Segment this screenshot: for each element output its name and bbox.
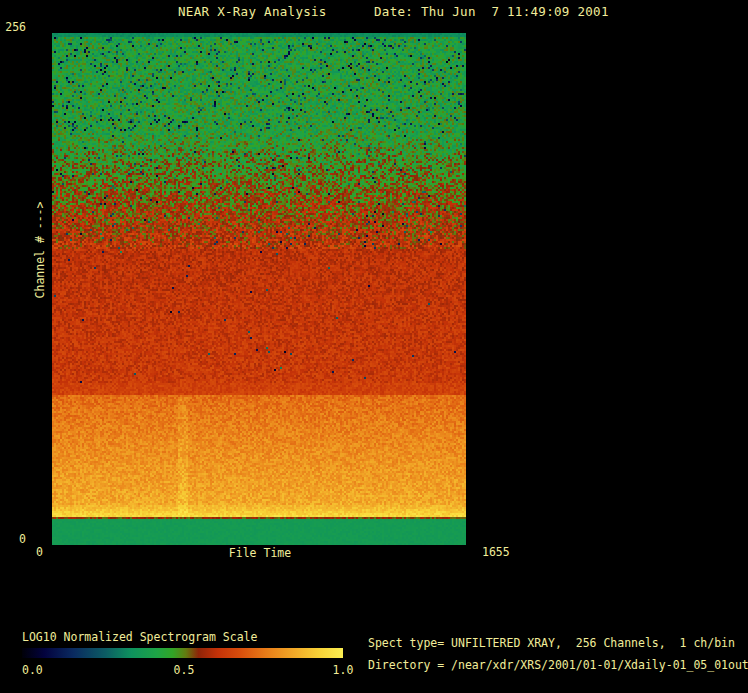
x-axis-tick-max: 1655 bbox=[482, 546, 510, 559]
date-label: Date: Thu Jun 7 11:49:09 2001 bbox=[374, 5, 609, 18]
colorbar-gradient bbox=[22, 648, 343, 658]
spect-type-info: Spect type= UNFILTERED XRAY, 256 Channel… bbox=[368, 637, 735, 650]
directory-info: Directory = /near/xdr/XRS/2001/01-01/Xda… bbox=[368, 659, 748, 672]
colorbar-tick-0: 0.0 bbox=[22, 664, 43, 677]
xray-analysis-plot-window: NEAR X-Ray Analysis Date: Thu Jun 7 11:4… bbox=[0, 0, 748, 693]
colorbar-tick-1: 0.5 bbox=[174, 664, 195, 677]
y-axis-tick-max: 256 bbox=[0, 21, 26, 34]
y-axis-tick-min: 0 bbox=[0, 533, 26, 546]
page-title: NEAR X-Ray Analysis bbox=[178, 5, 327, 18]
spectrogram-canvas bbox=[52, 33, 466, 545]
x-axis-tick-min: 0 bbox=[36, 546, 43, 559]
x-axis-label: File Time bbox=[229, 547, 291, 560]
colorbar-tick-2: 1.0 bbox=[333, 664, 354, 677]
colorbar-label: LOG10 Normalized Spectrogram Scale bbox=[22, 631, 257, 644]
y-axis-label: Channel # ---> bbox=[33, 202, 47, 299]
